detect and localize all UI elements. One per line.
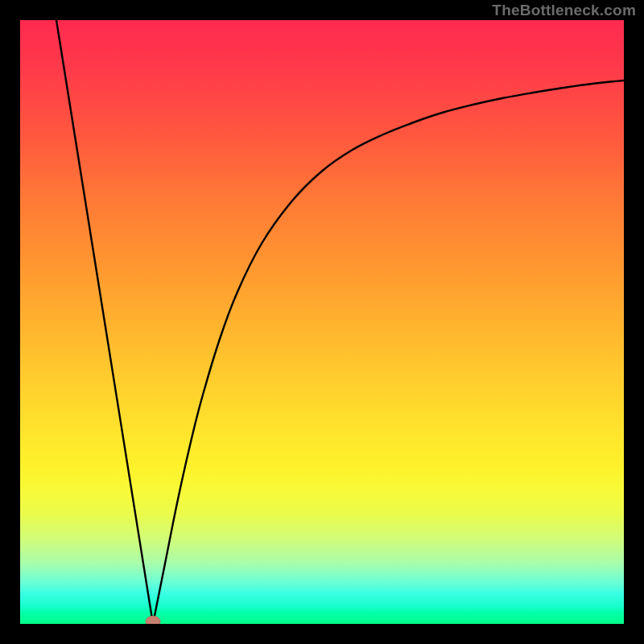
minimum-marker-icon [146,616,160,624]
chart-frame: TheBottleneck.com [0,0,644,644]
bottleneck-curve [56,20,624,624]
credit-label: TheBottleneck.com [492,2,636,19]
chart-svg [20,20,624,624]
plot-area [20,20,624,624]
